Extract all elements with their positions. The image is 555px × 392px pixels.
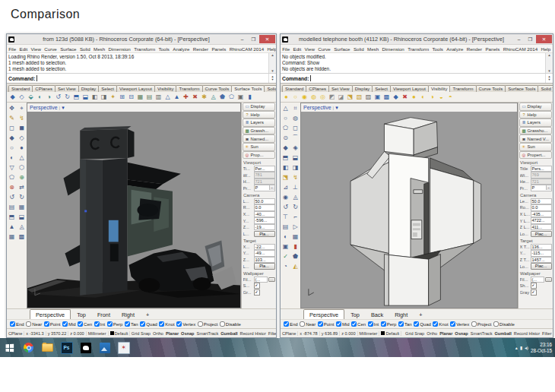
- taskbar-item-chrome[interactable]: [19, 338, 38, 357]
- viewport-label-bar[interactable]: Perspective | ▾: [301, 103, 517, 112]
- menu-item[interactable]: Analyze: [445, 46, 465, 52]
- panel-tab[interactable]: ? Help: [243, 111, 275, 119]
- status-toggle[interactable]: Gumball: [220, 331, 239, 336]
- menu-item[interactable]: Render: [465, 46, 484, 52]
- toolbar-tab[interactable]: Transform: [176, 85, 202, 92]
- palette-tool-icon[interactable]: ◔: [281, 262, 290, 271]
- toolbar-tab[interactable]: Surface Tools: [231, 85, 265, 92]
- toolbar-icon[interactable]: ↺: [54, 93, 62, 101]
- menu-item[interactable]: Render: [192, 46, 211, 52]
- toolbar-icon[interactable]: ◎: [319, 93, 327, 101]
- osnap-toggle[interactable]: Point: [318, 321, 335, 327]
- menu-item[interactable]: Solid: [78, 46, 92, 52]
- viewport-title[interactable]: Perspective: [30, 105, 58, 110]
- toolbar-icon[interactable]: ✦: [109, 93, 117, 101]
- toolbar-icon[interactable]: ◨: [100, 93, 108, 101]
- palette-tool-icon[interactable]: ⬠: [8, 173, 17, 182]
- palette-tool-icon[interactable]: ⌒: [291, 134, 300, 143]
- menu-item[interactable]: Panels: [210, 46, 227, 52]
- toolbar-icon[interactable]: ◐: [36, 93, 44, 101]
- toolbar-icon[interactable]: ⊟: [127, 93, 135, 101]
- palette-tool-icon[interactable]: ⊤: [281, 213, 290, 222]
- close-button[interactable]: ✕: [536, 35, 552, 43]
- status-toggle[interactable]: Filter: [541, 331, 553, 336]
- viewport-menu-caret-icon[interactable]: ▾: [62, 105, 65, 111]
- toolbar-tab[interactable]: Viewport Layout: [390, 85, 429, 92]
- palette-tool-icon[interactable]: ↻: [17, 193, 27, 202]
- toolbar-tab[interactable]: Viewport Layout: [116, 85, 155, 92]
- palette-tool-icon[interactable]: ↯: [291, 173, 300, 182]
- palette-tool-icon[interactable]: ◬: [17, 223, 27, 232]
- scroll-up-icon[interactable]: ▲: [547, 53, 550, 57]
- toolbar-tab[interactable]: Select: [372, 85, 391, 92]
- osnap-checkbox[interactable]: [198, 321, 203, 327]
- osnap-checkbox[interactable]: [78, 321, 83, 327]
- panel-tab[interactable]: ◎ Propert...: [519, 151, 552, 160]
- scroll-up-icon[interactable]: ▲: [271, 53, 274, 57]
- osnap-checkbox[interactable]: [94, 321, 100, 327]
- status-toggle[interactable]: SmartTrack: [469, 331, 493, 336]
- menu-item[interactable]: Dimension: [380, 46, 406, 52]
- palette-tool-icon[interactable]: ◼: [17, 124, 27, 133]
- viewport-menu-caret-icon[interactable]: ▾: [335, 105, 338, 111]
- viewport-tab[interactable]: +: [141, 310, 154, 319]
- viewport-canvas-model[interactable]: [301, 112, 517, 308]
- menu-item[interactable]: Surface: [332, 46, 352, 52]
- palette-tool-icon[interactable]: ◧: [281, 163, 290, 172]
- viewport-tab[interactable]: Top: [345, 310, 365, 319]
- osnap-toggle[interactable]: Int: [94, 321, 106, 327]
- osnap-checkbox[interactable]: [176, 321, 182, 327]
- osnap-toggle[interactable]: Project: [198, 321, 218, 327]
- toolbar-tab[interactable]: Set View: [328, 85, 353, 92]
- history-scrollbar[interactable]: ▲ ▼: [268, 53, 276, 73]
- toolbar-tab[interactable]: Curve Tools: [202, 85, 233, 92]
- taskbar-item-explorer[interactable]: [38, 338, 57, 357]
- osnap-toggle[interactable]: Cen: [351, 321, 366, 327]
- palette-tool-icon[interactable]: ▮: [291, 242, 300, 251]
- command-spinner[interactable]: ▲ ▼: [545, 74, 553, 83]
- toolbar-icon[interactable]: ✱: [200, 93, 208, 101]
- toolbar-icon[interactable]: △: [163, 93, 172, 101]
- palette-tool-icon[interactable]: ⊕: [17, 173, 27, 182]
- menu-item[interactable]: Tools: [430, 46, 445, 52]
- menu-item[interactable]: Edit: [291, 46, 303, 52]
- osnap-toggle[interactable]: Disable: [220, 321, 241, 327]
- osnap-toggle[interactable]: Perp: [107, 321, 123, 327]
- palette-tool-icon[interactable]: ○: [8, 144, 17, 153]
- menu-item[interactable]: File: [281, 46, 291, 52]
- osnap-checkbox[interactable]: [450, 321, 455, 327]
- toolbar-icon[interactable]: ○: [291, 93, 300, 101]
- osnap-toggle[interactable]: Near: [300, 321, 316, 327]
- toolbar-icon[interactable]: ▤: [145, 93, 154, 101]
- toolbar-icon[interactable]: ⬔: [346, 93, 354, 101]
- osnap-checkbox[interactable]: [140, 321, 145, 327]
- toolbar-icon[interactable]: ◪: [337, 93, 345, 101]
- palette-tool-icon[interactable]: ↺: [281, 203, 290, 212]
- menu-item[interactable]: Solid: [352, 46, 366, 52]
- history-scrollbar[interactable]: ▲ ▼: [545, 53, 553, 73]
- palette-tool-icon[interactable]: ◻: [8, 124, 17, 133]
- osnap-toggle[interactable]: Knot: [433, 321, 448, 327]
- scroll-down-icon[interactable]: ▼: [271, 69, 274, 73]
- osnap-checkbox[interactable]: [351, 321, 357, 327]
- toolbar-icon[interactable]: ◓: [446, 93, 455, 101]
- toolbar-icon[interactable]: ▲: [173, 93, 181, 101]
- osnap-checkbox[interactable]: [44, 321, 49, 327]
- osnap-checkbox[interactable]: [471, 321, 477, 327]
- toolbar-icon[interactable]: ◒: [437, 93, 446, 101]
- palette-tool-icon[interactable]: ○: [281, 114, 290, 123]
- palette-tool-icon[interactable]: ▲: [8, 223, 17, 232]
- palette-tool-icon[interactable]: ●: [17, 144, 27, 153]
- viewport-label-bar[interactable]: Perspective | ▾: [27, 103, 240, 112]
- osnap-checkbox[interactable]: [10, 321, 15, 327]
- menu-item[interactable]: Help: [265, 46, 276, 52]
- toolbar-icon[interactable]: ▮: [246, 93, 254, 101]
- toolbar-icon[interactable]: ⬠: [227, 93, 236, 101]
- toolbar-icon[interactable]: ▥: [154, 93, 163, 101]
- status-toggle[interactable]: Osnap: [454, 331, 469, 336]
- menu-item[interactable]: File: [7, 46, 17, 52]
- panel-tab[interactable]: ◎ Prop...: [243, 151, 275, 160]
- panel-tab[interactable]: ▩ Grassho...: [519, 127, 552, 135]
- palette-tool-icon[interactable]: ◬: [291, 193, 300, 202]
- cplane-label[interactable]: CPlane: [7, 331, 24, 336]
